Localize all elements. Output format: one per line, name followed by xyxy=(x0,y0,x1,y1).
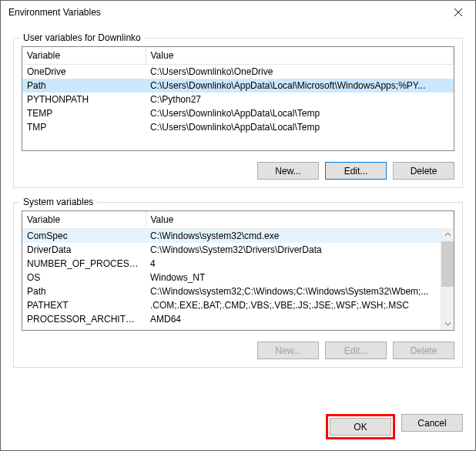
cell-value: AMD64 xyxy=(146,312,454,326)
table-row[interactable]: TMPC:\Users\Downlinko\AppData\Local\Temp xyxy=(22,120,454,134)
system-variables-table[interactable]: Variable Value ComSpecC:\Windows\system3… xyxy=(22,211,454,326)
cell-variable: PATHEXT xyxy=(22,298,146,312)
cell-value: C:\Users\Downlinko\OneDrive xyxy=(146,65,454,79)
scroll-up-arrow[interactable] xyxy=(441,228,454,241)
environment-variables-dialog: Environment Variables User variables for… xyxy=(0,0,476,451)
cell-variable: TEMP xyxy=(22,106,146,120)
user-variables-group: User variables for Downlinko Variable Va… xyxy=(13,38,463,188)
table-row[interactable]: PathC:\Users\Downlinko\AppData\Local\Mic… xyxy=(22,79,454,93)
system-button-row: New... Edit... Delete xyxy=(22,342,454,359)
chevron-down-icon xyxy=(445,321,451,326)
close-icon xyxy=(454,8,462,16)
user-col-value[interactable]: Value xyxy=(146,47,454,65)
table-row[interactable]: PathC:\Windows\system32;C:\Windows;C:\Wi… xyxy=(22,284,454,298)
cell-variable: TMP xyxy=(22,120,146,134)
ok-button[interactable]: OK xyxy=(330,418,391,436)
cell-value: C:\Windows\system32;C:\Windows;C:\Window… xyxy=(146,284,454,298)
user-variables-table[interactable]: Variable Value OneDriveC:\Users\Downlink… xyxy=(22,47,454,134)
cell-value: 4 xyxy=(146,257,454,271)
cell-value: C:\Python27 xyxy=(146,93,454,106)
table-row[interactable]: DriverDataC:\Windows\System32\Drivers\Dr… xyxy=(22,243,454,257)
system-variables-group: System variables Variable Value ComSpecC… xyxy=(13,202,463,368)
cell-variable: Path xyxy=(22,79,146,93)
user-delete-button[interactable]: Delete xyxy=(393,162,454,180)
cell-value: C:\Windows\system32\cmd.exe xyxy=(146,229,454,244)
system-delete-button[interactable]: Delete xyxy=(393,342,454,359)
sys-col-value[interactable]: Value xyxy=(146,211,454,229)
close-button[interactable] xyxy=(441,1,475,24)
table-row[interactable]: OneDriveC:\Users\Downlinko\OneDrive xyxy=(22,65,454,79)
table-row[interactable]: NUMBER_OF_PROCESSORS4 xyxy=(22,257,454,271)
cell-value: C:\Users\Downlinko\AppData\Local\Microso… xyxy=(146,79,454,93)
cell-variable: OS xyxy=(22,271,146,284)
table-row[interactable]: PROCESSOR_ARCHITECTUREAMD64 xyxy=(22,312,454,326)
table-row[interactable]: PATHEXT.COM;.EXE;.BAT;.CMD;.VBS;.VBE;.JS… xyxy=(22,298,454,312)
dialog-button-row: OK Cancel xyxy=(1,403,475,450)
window-title: Environment Variables xyxy=(8,7,441,18)
user-col-variable[interactable]: Variable xyxy=(22,47,146,65)
cell-value: C:\Users\Downlinko\AppData\Local\Temp xyxy=(146,106,454,120)
scroll-thumb[interactable] xyxy=(441,241,454,287)
user-variables-legend: User variables for Downlinko xyxy=(20,32,144,43)
table-row[interactable]: PYTHONPATHC:\Python27 xyxy=(22,93,454,106)
cancel-button[interactable]: Cancel xyxy=(401,414,463,432)
system-variables-legend: System variables xyxy=(20,197,96,207)
system-scrollbar[interactable] xyxy=(441,228,454,330)
user-variables-table-wrap: Variable Value OneDriveC:\Users\Downlink… xyxy=(22,46,454,151)
table-row[interactable]: TEMPC:\Users\Downlinko\AppData\Local\Tem… xyxy=(22,106,454,120)
cell-variable: PYTHONPATH xyxy=(22,93,146,106)
scroll-down-arrow[interactable] xyxy=(441,317,454,330)
cell-value: C:\Users\Downlinko\AppData\Local\Temp xyxy=(146,120,454,134)
user-edit-button[interactable]: Edit... xyxy=(325,162,387,180)
table-row[interactable]: ComSpecC:\Windows\system32\cmd.exe xyxy=(22,229,454,244)
user-button-row: New... Edit... Delete xyxy=(22,162,454,180)
titlebar: Environment Variables xyxy=(1,1,475,24)
cell-variable: ComSpec xyxy=(22,229,146,244)
ok-highlight: OK xyxy=(326,414,395,439)
cell-variable: OneDrive xyxy=(22,65,146,79)
cell-variable: PROCESSOR_ARCHITECTURE xyxy=(22,312,146,326)
cell-value: Windows_NT xyxy=(146,271,454,284)
system-edit-button[interactable]: Edit... xyxy=(325,342,387,359)
system-new-button[interactable]: New... xyxy=(257,342,319,359)
table-row[interactable]: OSWindows_NT xyxy=(22,271,454,284)
cell-variable: Path xyxy=(22,284,146,298)
cell-value: C:\Windows\System32\Drivers\DriverData xyxy=(146,243,454,257)
user-new-button[interactable]: New... xyxy=(257,162,319,180)
sys-col-variable[interactable]: Variable xyxy=(22,211,146,229)
scroll-track[interactable] xyxy=(441,241,454,317)
cell-value: .COM;.EXE;.BAT;.CMD;.VBS;.VBE;.JS;.JSE;.… xyxy=(146,298,454,312)
system-variables-table-wrap: Variable Value ComSpecC:\Windows\system3… xyxy=(22,210,454,331)
cell-variable: NUMBER_OF_PROCESSORS xyxy=(22,257,146,271)
cell-variable: DriverData xyxy=(22,243,146,257)
chevron-up-icon xyxy=(445,232,451,237)
